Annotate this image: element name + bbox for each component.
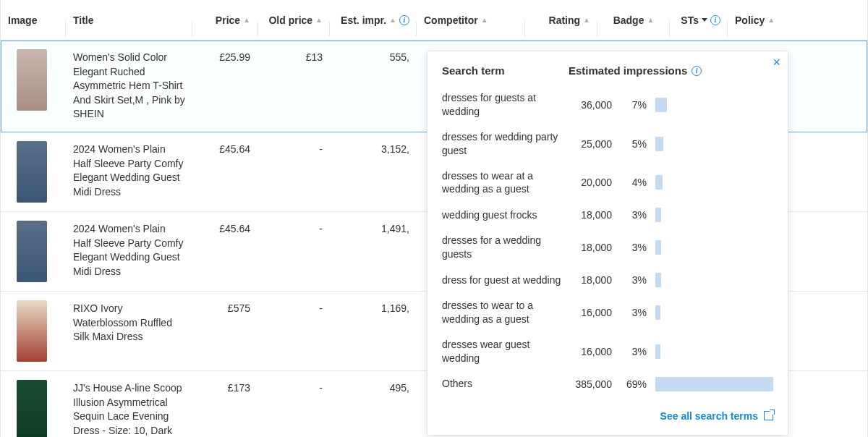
col-label: Policy [735, 14, 765, 26]
product-thumbnail[interactable] [17, 380, 47, 437]
search-term-value: 18,000 [569, 209, 619, 221]
search-term-row: Others385,00069% [427, 371, 788, 397]
popover-header: Search term Estimated impressions i [427, 54, 788, 85]
cell-est-impr: 1,491, [330, 212, 417, 291]
search-terms-popover: × Search term Estimated impressions i dr… [427, 51, 788, 436]
close-icon[interactable]: × [773, 56, 780, 69]
search-term-pct: 5% [619, 138, 655, 150]
product-title[interactable]: 2024 Women's Plain Half Sleeve Party Com… [73, 223, 184, 277]
cell-title: Women's Solid Color Elegant Ruched Asymm… [66, 41, 192, 132]
info-icon[interactable]: i [710, 15, 720, 25]
search-term: dresses for a wedding guests [442, 234, 569, 261]
col-label: STs [681, 14, 699, 26]
cell-est-impr: 1,169, [330, 292, 417, 370]
search-term-bar-wrap [655, 208, 773, 222]
sort-asc-icon: ▲ [767, 17, 775, 24]
col-est-impr[interactable]: Est. impr. ▲ i [330, 9, 417, 32]
search-term: dress for guest at wedding [442, 273, 569, 287]
search-term-row: dresses for guests at wedding36,0007% [427, 85, 788, 124]
search-term-bar [655, 377, 773, 391]
search-term-value: 36,000 [569, 99, 619, 111]
search-term-value: 20,000 [569, 177, 619, 188]
cell-est-impr: 555, [330, 41, 417, 132]
col-badge[interactable]: Badge ▲ [597, 9, 670, 32]
cell-image [1, 132, 66, 211]
col-label: Est. impr. [341, 14, 386, 26]
col-sts[interactable]: STs i [670, 9, 728, 32]
search-term-bar-wrap [655, 273, 773, 287]
search-term-bar-wrap [655, 137, 773, 151]
cell-old-price: - [258, 132, 330, 211]
search-term-bar [655, 208, 661, 222]
col-price[interactable]: Price ▲ [192, 9, 258, 32]
search-term-bar-wrap [655, 344, 773, 359]
search-term-value: 18,000 [569, 274, 619, 286]
col-label: Price [216, 14, 240, 26]
info-icon[interactable]: i [399, 15, 409, 25]
cell-old-price: - [258, 212, 330, 291]
col-label: Image [8, 14, 37, 26]
cell-image [1, 292, 66, 370]
sort-desc-icon [702, 18, 707, 22]
search-term-pct: 4% [619, 177, 655, 188]
product-thumbnail[interactable] [17, 221, 47, 282]
search-term-bar-wrap [655, 98, 773, 112]
search-term-bar-wrap [655, 175, 773, 190]
search-term-bar-wrap [655, 377, 773, 391]
product-thumbnail[interactable] [17, 141, 47, 203]
cell-image [1, 41, 66, 132]
sort-asc-icon: ▲ [647, 17, 654, 24]
cell-old-price: - [258, 292, 330, 370]
cell-old-price: - [258, 371, 330, 437]
search-term-pct: 3% [619, 209, 655, 221]
product-thumbnail[interactable] [17, 49, 47, 111]
cell-title: 2024 Women's Plain Half Sleeve Party Com… [66, 132, 192, 211]
search-term: Others [442, 377, 569, 391]
info-icon[interactable]: i [692, 66, 702, 76]
sort-asc-icon: ▲ [583, 17, 590, 24]
popover-body: dresses for guests at wedding36,0007%dre… [427, 85, 788, 397]
col-title[interactable]: Title [66, 9, 192, 32]
search-term-row: dresses to wear at a wedding as a guest2… [427, 164, 788, 203]
search-term: dresses to wear to a wedding as a guest [442, 299, 569, 326]
popover-footer: See all search terms [427, 397, 788, 422]
product-thumbnail[interactable] [17, 300, 47, 362]
cell-title: JJ's House A-line Scoop Illusion Asymmet… [66, 371, 192, 437]
sort-asc-icon: ▲ [481, 17, 488, 24]
col-label: Rating [549, 14, 581, 26]
col-policy[interactable]: Policy ▲ [728, 9, 793, 32]
search-term: dresses wear guest wedding [442, 338, 569, 365]
cell-price: £575 [192, 292, 258, 370]
product-title[interactable]: Women's Solid Color Elegant Ruched Asymm… [73, 51, 185, 119]
search-term-bar [655, 305, 660, 320]
popover-term-header: Search term [442, 64, 569, 77]
cell-est-impr: 3,152, [330, 132, 417, 211]
see-all-label: See all search terms [660, 410, 758, 422]
product-title[interactable]: RIXO Ivory Waterblossom Ruffled Silk Max… [73, 302, 172, 342]
search-term-row: dresses to wear to a wedding as a guest1… [427, 293, 788, 332]
cell-image [1, 212, 66, 291]
col-image[interactable]: Image [1, 9, 66, 32]
cell-price: £173 [192, 371, 258, 437]
cell-title: 2024 Women's Plain Half Sleeve Party Com… [66, 212, 192, 291]
search-term: wedding guest frocks [442, 208, 569, 222]
see-all-link[interactable]: See all search terms [660, 410, 773, 422]
search-term-pct: 3% [619, 274, 655, 286]
col-label: Old price [268, 14, 312, 26]
search-term-bar [655, 240, 661, 255]
search-term-value: 385,000 [569, 378, 619, 390]
search-term-pct: 3% [619, 307, 655, 318]
popover-est-label: Estimated impressions [569, 64, 687, 77]
col-competitor[interactable]: Competitor ▲ [417, 9, 525, 32]
product-title[interactable]: JJ's House A-line Scoop Illusion Asymmet… [73, 382, 182, 437]
product-title[interactable]: 2024 Women's Plain Half Sleeve Party Com… [73, 143, 184, 198]
search-term-pct: 3% [619, 242, 655, 253]
sort-asc-icon: ▲ [243, 17, 250, 24]
cell-price: £45.64 [192, 212, 258, 291]
col-rating[interactable]: Rating ▲ [525, 9, 597, 32]
external-link-icon [764, 411, 773, 420]
search-term-pct: 7% [619, 99, 655, 111]
search-term-row: dresses for a wedding guests18,0003% [427, 228, 788, 267]
search-term-bar-wrap [655, 305, 773, 320]
col-old-price[interactable]: Old price ▲ [258, 9, 330, 32]
